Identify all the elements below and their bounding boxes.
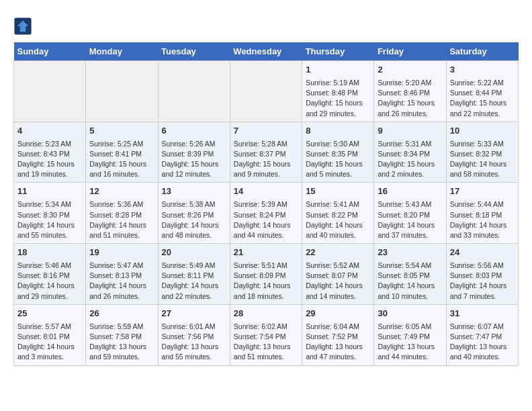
day-number: 30 <box>378 308 442 320</box>
day-info: Daylight: 15 hours <box>450 98 515 108</box>
day-number: 19 <box>89 246 154 259</box>
day-info: Sunrise: 5:39 AM <box>234 199 298 210</box>
day-info: Daylight: 15 hours <box>378 98 442 108</box>
day-info: Sunset: 8:28 PM <box>89 210 154 220</box>
day-info: Daylight: 14 hours <box>378 220 442 230</box>
day-info: Daylight: 14 hours <box>89 220 154 230</box>
day-info: Sunrise: 5:20 AM <box>378 78 442 88</box>
day-info: and 2 minutes. <box>378 169 442 179</box>
day-info: Daylight: 14 hours <box>17 220 82 230</box>
day-number: 31 <box>450 308 515 320</box>
day-info: Daylight: 14 hours <box>306 220 370 230</box>
weekday-header: Monday <box>86 42 158 61</box>
day-info: Daylight: 15 hours <box>306 159 370 169</box>
day-number: 29 <box>306 308 370 320</box>
day-number: 8 <box>306 125 370 138</box>
day-info: and 48 minutes. <box>162 230 226 240</box>
page-header <box>13 13 519 36</box>
calendar-cell: 1Sunrise: 5:19 AMSunset: 8:48 PMDaylight… <box>302 61 374 122</box>
calendar-cell: 25Sunrise: 5:57 AMSunset: 8:01 PMDayligh… <box>14 304 86 365</box>
day-info: and 51 minutes. <box>89 230 154 240</box>
calendar-cell: 7Sunrise: 5:28 AMSunset: 8:37 PMDaylight… <box>230 122 302 183</box>
day-info: Sunrise: 6:07 AM <box>450 322 515 332</box>
calendar-cell: 26Sunrise: 5:59 AMSunset: 7:58 PMDayligh… <box>86 304 158 365</box>
day-info: and 3 minutes. <box>17 352 82 362</box>
calendar-cell: 21Sunrise: 5:51 AMSunset: 8:09 PMDayligh… <box>230 244 302 305</box>
day-info: and 12 minutes. <box>162 169 226 179</box>
day-info: Daylight: 15 hours <box>162 159 226 169</box>
day-info: Daylight: 14 hours <box>162 281 226 291</box>
day-number: 24 <box>450 246 515 259</box>
day-info: and 58 minutes. <box>450 169 515 179</box>
calendar-cell: 12Sunrise: 5:36 AMSunset: 8:28 PMDayligh… <box>86 183 158 244</box>
calendar-cell: 14Sunrise: 5:39 AMSunset: 8:24 PMDayligh… <box>230 183 302 244</box>
day-info: Daylight: 14 hours <box>234 281 298 291</box>
day-info: Daylight: 14 hours <box>450 281 515 291</box>
day-info: Sunrise: 5:59 AM <box>89 322 154 332</box>
day-info: Sunset: 8:05 PM <box>378 271 442 281</box>
calendar-cell: 29Sunrise: 6:04 AMSunset: 7:52 PMDayligh… <box>302 304 374 365</box>
calendar-cell: 16Sunrise: 5:43 AMSunset: 8:20 PMDayligh… <box>374 183 446 244</box>
day-info: Daylight: 13 hours <box>306 342 370 352</box>
day-info: Sunrise: 5:26 AM <box>162 139 226 149</box>
day-info: and 51 minutes. <box>234 352 298 362</box>
calendar-cell: 5Sunrise: 5:25 AMSunset: 8:41 PMDaylight… <box>86 122 158 183</box>
day-number: 6 <box>162 125 226 138</box>
day-info: and 26 minutes. <box>89 291 154 302</box>
day-info: Sunrise: 5:25 AM <box>89 139 154 149</box>
day-info: Sunset: 8:41 PM <box>89 149 154 159</box>
day-number: 10 <box>450 125 515 138</box>
day-number: 26 <box>89 308 154 320</box>
day-info: Sunset: 8:18 PM <box>450 210 515 220</box>
day-info: Daylight: 14 hours <box>378 281 442 291</box>
calendar-cell: 17Sunrise: 5:44 AMSunset: 8:18 PMDayligh… <box>446 183 518 244</box>
calendar-cell: 4Sunrise: 5:23 AMSunset: 8:43 PMDaylight… <box>14 122 86 183</box>
day-info: and 16 minutes. <box>89 169 154 179</box>
day-info: Sunset: 8:43 PM <box>17 149 82 159</box>
calendar-cell <box>86 61 158 122</box>
calendar-cell: 19Sunrise: 5:47 AMSunset: 8:13 PMDayligh… <box>86 244 158 305</box>
calendar-cell: 18Sunrise: 5:46 AMSunset: 8:16 PMDayligh… <box>14 244 86 305</box>
day-info: Sunset: 8:46 PM <box>378 88 442 98</box>
day-info: and 5 minutes. <box>306 169 370 179</box>
day-info: Sunrise: 6:02 AM <box>234 322 298 332</box>
day-number: 22 <box>306 246 370 259</box>
calendar-cell <box>158 61 230 122</box>
day-info: Sunset: 8:03 PM <box>450 271 515 281</box>
day-info: Sunrise: 6:04 AM <box>306 322 370 332</box>
day-info: Sunrise: 5:34 AM <box>17 199 82 210</box>
day-info: and 55 minutes. <box>162 352 226 362</box>
day-info: Sunset: 8:30 PM <box>17 210 82 220</box>
day-number: 11 <box>17 185 82 198</box>
calendar-week-row: 1Sunrise: 5:19 AMSunset: 8:48 PMDaylight… <box>14 61 519 122</box>
day-info: Sunrise: 5:46 AM <box>17 261 82 271</box>
day-info: Sunrise: 5:54 AM <box>378 261 442 271</box>
day-info: and 59 minutes. <box>89 352 154 362</box>
day-info: and 10 minutes. <box>378 291 442 302</box>
day-number: 12 <box>89 185 154 198</box>
day-info: Sunset: 8:35 PM <box>306 149 370 159</box>
day-info: Sunrise: 5:51 AM <box>234 261 298 271</box>
day-info: and 33 minutes. <box>450 230 515 240</box>
day-info: Daylight: 13 hours <box>234 342 298 352</box>
day-info: Sunset: 8:37 PM <box>234 149 298 159</box>
calendar-cell: 27Sunrise: 6:01 AMSunset: 7:56 PMDayligh… <box>158 304 230 365</box>
weekday-header: Wednesday <box>230 42 302 61</box>
calendar-week-row: 25Sunrise: 5:57 AMSunset: 8:01 PMDayligh… <box>14 304 519 365</box>
day-number: 21 <box>234 246 298 259</box>
day-number: 16 <box>378 185 442 198</box>
day-number: 15 <box>306 185 370 198</box>
day-info: Sunset: 7:47 PM <box>450 332 515 342</box>
day-info: Sunset: 8:48 PM <box>306 88 370 98</box>
calendar-cell: 20Sunrise: 5:49 AMSunset: 8:11 PMDayligh… <box>158 244 230 305</box>
day-info: Daylight: 15 hours <box>306 98 370 108</box>
day-info: Sunrise: 5:19 AM <box>306 78 370 88</box>
day-info: Sunset: 7:49 PM <box>378 332 442 342</box>
day-info: Sunset: 8:39 PM <box>162 149 226 159</box>
day-info: Daylight: 14 hours <box>162 220 226 230</box>
calendar-cell: 8Sunrise: 5:30 AMSunset: 8:35 PMDaylight… <box>302 122 374 183</box>
weekday-header: Sunday <box>14 42 86 61</box>
day-info: Daylight: 14 hours <box>234 220 298 230</box>
day-info: Sunset: 8:24 PM <box>234 210 298 220</box>
day-info: and 29 minutes. <box>306 109 370 119</box>
